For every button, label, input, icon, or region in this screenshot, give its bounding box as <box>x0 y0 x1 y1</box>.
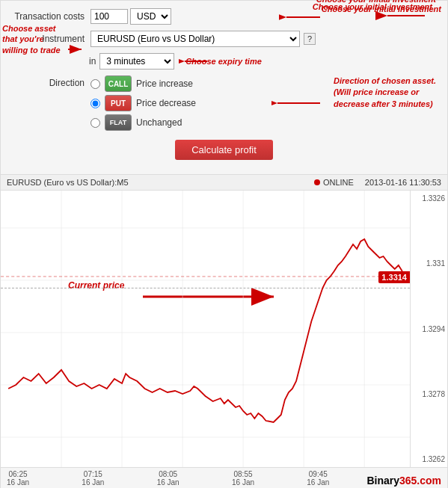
chart-main: Current price <box>1 191 410 467</box>
flat-button[interactable]: FLAT <box>105 114 132 131</box>
direction-option-increase: CALL Price increase <box>90 75 196 92</box>
direction-option-decrease: PUT Price decrease <box>90 95 196 111</box>
watermark: Binary365.com <box>366 475 441 487</box>
x-label-5: 09:45 16 Jan <box>307 470 329 487</box>
top-panel: Choose assetthat you'rewilling to trade … <box>0 0 448 175</box>
x-label-3: 08:05 16 Jan <box>157 470 179 487</box>
watermark-highlight: 365.com <box>399 475 441 487</box>
currency-select[interactable]: USD <box>130 8 171 25</box>
chart-y-axis: 1.3326 1.331 1.3294 1.3278 1.3262 <box>410 191 447 467</box>
x-label-2: 07:15 16 Jan <box>82 470 104 487</box>
watermark-text: Binary <box>366 475 399 487</box>
put-button[interactable]: PUT <box>105 95 132 111</box>
calculate-button[interactable]: Calculate profit <box>175 140 273 160</box>
direction-radio-increase[interactable] <box>90 79 100 89</box>
direction-label: Direction <box>8 75 90 88</box>
online-status: ONLINE <box>323 178 354 187</box>
online-dot <box>314 179 320 185</box>
chart-timestamp: 2013-01-16 11:30:53 <box>365 178 441 187</box>
chart-area: Current price <box>1 191 447 467</box>
y-label-3: 1.3294 <box>413 325 445 333</box>
expiry-row: in 3 minutes Choose expiry time <box>89 53 440 70</box>
direction-radio-decrease[interactable] <box>90 99 100 108</box>
instrument-select[interactable]: EURUSD (Euro vs US Dollar) <box>90 31 300 47</box>
chart-footer: 06:25 16 Jan 07:15 16 Jan 08:05 16 Jan 0… <box>1 467 447 488</box>
direction-decrease-label: Price decrease <box>136 98 196 108</box>
x-label-4: 08:55 16 Jan <box>232 470 254 487</box>
direction-section: Direction CALL Price increase PUT Price … <box>8 75 440 131</box>
annotation-direction: Direction of chosen asset.(Will price in… <box>334 75 436 110</box>
direction-option-unchanged: FLAT Unchanged <box>90 114 196 131</box>
help-button[interactable]: ? <box>304 33 316 45</box>
instrument-row: Instrument EURUSD (Euro vs US Dollar) ? <box>8 31 440 47</box>
direction-options: CALL Price increase PUT Price decrease F… <box>90 75 196 131</box>
amount-input[interactable] <box>90 9 128 24</box>
chart-header: EURUSD (Euro vs US Dollar):M5 ONLINE 201… <box>1 175 447 191</box>
transaction-label: Transaction costs <box>8 11 90 22</box>
x-labels: 06:25 16 Jan 07:15 16 Jan 08:05 16 Jan 0… <box>7 470 366 487</box>
chart-panel: EURUSD (Euro vs US Dollar):M5 ONLINE 201… <box>0 175 448 488</box>
direction-unchanged-label: Unchanged <box>136 117 182 128</box>
annotation-expiry: Choose expiry time <box>185 57 261 66</box>
instrument-label: Instrument <box>8 34 90 44</box>
direction-radio-unchanged[interactable] <box>90 118 100 128</box>
y-label-2: 1.331 <box>413 259 445 268</box>
transaction-row: Choose your initial investment Transacti… <box>8 8 440 25</box>
annotation-investment-text: Choose your initial investment <box>316 0 436 4</box>
online-indicator: ONLINE <box>314 178 354 187</box>
chart-svg <box>1 191 410 467</box>
y-label-1: 1.3326 <box>413 194 445 203</box>
chart-title: EURUSD (Euro vs US Dollar):M5 <box>7 178 314 187</box>
expiry-select[interactable]: 3 minutes <box>99 53 174 70</box>
current-price-badge: 1.3314 <box>378 271 410 283</box>
in-label: in <box>89 56 96 67</box>
y-label-4: 1.3278 <box>413 390 445 398</box>
y-label-5: 1.3262 <box>413 455 445 463</box>
x-label-1: 06:25 16 Jan <box>7 470 29 487</box>
direction-increase-label: Price increase <box>136 78 193 89</box>
call-button[interactable]: CALL <box>105 75 132 92</box>
